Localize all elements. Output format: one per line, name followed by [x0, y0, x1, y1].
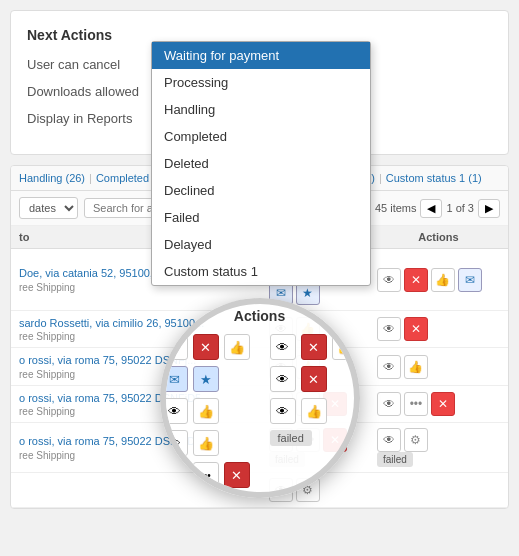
view-button-r[interactable]: 👁	[377, 392, 401, 416]
view-button-r[interactable]: 👁	[377, 268, 401, 292]
dropdown-item-delayed[interactable]: Delayed	[152, 231, 370, 258]
cancel-button-r[interactable]: ✕	[404, 317, 428, 341]
mag-view-btn-r2[interactable]: 👁	[270, 366, 296, 392]
dropdown-item-declined[interactable]: Declined	[152, 177, 370, 204]
mag-row: 👁 ✕	[270, 366, 358, 392]
next-actions-panel: Next Actions User can cancel status is a…	[10, 10, 509, 155]
dates-select[interactable]: dates	[19, 197, 78, 219]
approve-button-r[interactable]: 👍	[431, 268, 455, 292]
mag-row: ✉ ★	[162, 366, 250, 392]
user-can-cancel-label: User can cancel	[27, 57, 167, 72]
mag-view-btn-r3[interactable]: 👁	[270, 398, 296, 424]
dropdown-item-deleted[interactable]: Deleted	[152, 150, 370, 177]
mag-approve-btn2[interactable]: 👍	[193, 398, 219, 424]
mag-cancel-btn[interactable]: ✕	[193, 334, 219, 360]
prev-page-button[interactable]: ◀	[420, 199, 442, 218]
mag-view-btn2[interactable]: 👁	[162, 398, 188, 424]
view-button-r[interactable]: 👁	[377, 428, 401, 452]
magnifier-overlay: Actions 👁 ✕ 👍 ✉ ★ 👁 👍 👁	[160, 298, 360, 498]
tab-custom-status-1[interactable]: Custom status 1 (1)	[386, 172, 482, 184]
action-icons-right: 👁 👍	[377, 355, 500, 379]
dropdown-item-custom-status-1[interactable]: Custom status 1	[152, 258, 370, 285]
failed-badge-r: failed	[377, 452, 413, 467]
mag-cancel-btn-r[interactable]: ✕	[301, 334, 327, 360]
cancel-button-r[interactable]: ✕	[404, 268, 428, 292]
mag-mail-btn[interactable]: ✉	[162, 366, 188, 392]
dropdown-item-completed[interactable]: Completed	[152, 123, 370, 150]
mag-failed-badge: failed	[270, 430, 312, 446]
cancel-button-r[interactable]: ✕	[431, 392, 455, 416]
col-header-actions2: Actions	[369, 226, 508, 249]
mag-row: 👁 👍	[162, 430, 250, 456]
dots-button-r[interactable]: •••	[404, 392, 428, 416]
action-icons-right: 👁 ✕ 👍 ✉	[377, 268, 500, 292]
action-icons-right: 👁 ✕	[377, 317, 500, 341]
page-info: 1 of 3	[446, 202, 474, 214]
items-count: 45 items	[375, 202, 417, 214]
mag-approve-btn-r3[interactable]: 👍	[301, 398, 327, 424]
mag-view-btn-r[interactable]: 👁	[270, 334, 296, 360]
mag-cancel-btn2[interactable]: ✕	[224, 462, 250, 488]
tab-handling[interactable]: Handling (26)	[19, 172, 85, 184]
downloads-allowed-label: Downloads allowed	[27, 84, 167, 99]
next-page-button[interactable]: ▶	[478, 199, 500, 218]
magnifier-title: Actions	[234, 308, 285, 324]
mag-cancel-btn-r2[interactable]: ✕	[301, 366, 327, 392]
mag-row: 👁 👍	[162, 398, 250, 424]
display-in-reports-label: Display in Reports	[27, 111, 167, 126]
dropdown-item-waiting-for-payment[interactable]: Waiting for payment	[152, 42, 370, 69]
magnifier-actions: 👁 ✕ 👍 ✉ ★ 👁 👍 👁 👍 👁 •	[162, 334, 358, 488]
gear-button-r[interactable]: ⚙	[404, 428, 428, 452]
view-button-r[interactable]: 👁	[377, 355, 401, 379]
mag-approve-btn[interactable]: 👍	[224, 334, 250, 360]
mag-row: failed	[270, 430, 358, 446]
mag-approve-btn3[interactable]: 👍	[193, 430, 219, 456]
view-button-r[interactable]: 👁	[377, 317, 401, 341]
dropdown-item-handling[interactable]: Handling	[152, 96, 370, 123]
action-icons-right: 👁 ⚙	[377, 428, 500, 452]
mag-star-btn[interactable]: ★	[193, 366, 219, 392]
dropdown-item-processing[interactable]: Processing	[152, 69, 370, 96]
status-dropdown[interactable]: Waiting for payment Processing Handling …	[151, 41, 371, 286]
mail-button-r[interactable]: ✉	[458, 268, 482, 292]
dropdown-item-failed[interactable]: Failed	[152, 204, 370, 231]
mag-row: 👁 👍	[270, 398, 358, 424]
action-icons-right: 👁 ••• ✕	[377, 392, 500, 416]
approve-button-r[interactable]: 👍	[404, 355, 428, 379]
